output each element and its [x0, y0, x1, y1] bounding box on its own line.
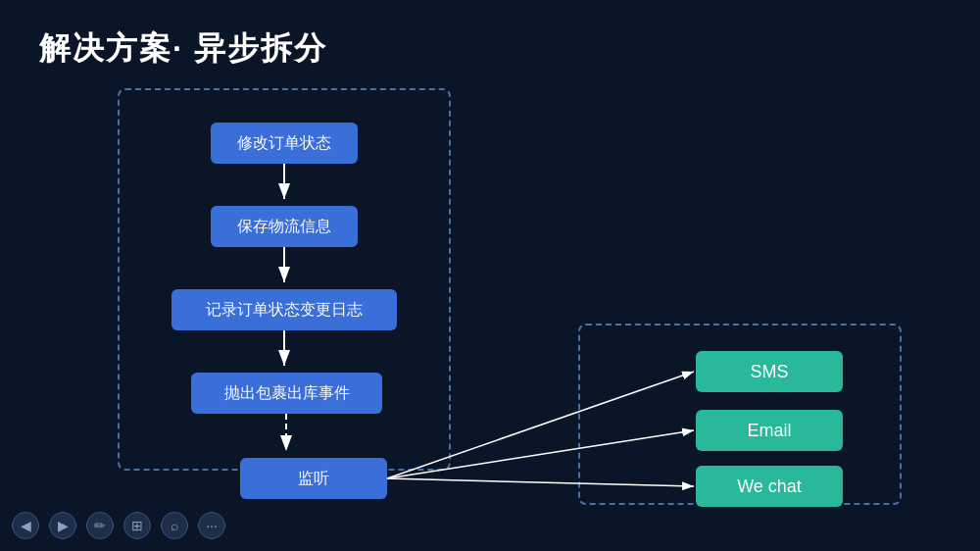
page-title: 解决方案· 异步拆分: [39, 27, 327, 71]
toolbar-forward[interactable]: ▶: [49, 512, 76, 539]
btn-modify-order[interactable]: 修改订单状态: [211, 123, 358, 164]
toolbar-edit[interactable]: ✏: [86, 512, 114, 539]
btn-record-log[interactable]: 记录订单状态变更日志: [172, 289, 397, 330]
btn-sms[interactable]: SMS: [696, 351, 843, 392]
toolbar-search[interactable]: ⌕: [161, 512, 188, 539]
btn-email[interactable]: Email: [696, 410, 843, 451]
toolbar-back[interactable]: ◀: [12, 512, 39, 539]
btn-monitor[interactable]: 监听: [240, 458, 387, 499]
toolbar: ◀ ▶ ✏ ⊞ ⌕ ···: [12, 512, 225, 539]
toolbar-more[interactable]: ···: [198, 512, 225, 539]
btn-throw-event[interactable]: 抛出包裹出库事件: [191, 373, 382, 414]
btn-save-logistics[interactable]: 保存物流信息: [211, 206, 358, 247]
toolbar-grid[interactable]: ⊞: [123, 512, 151, 539]
btn-wechat[interactable]: We chat: [696, 466, 843, 507]
